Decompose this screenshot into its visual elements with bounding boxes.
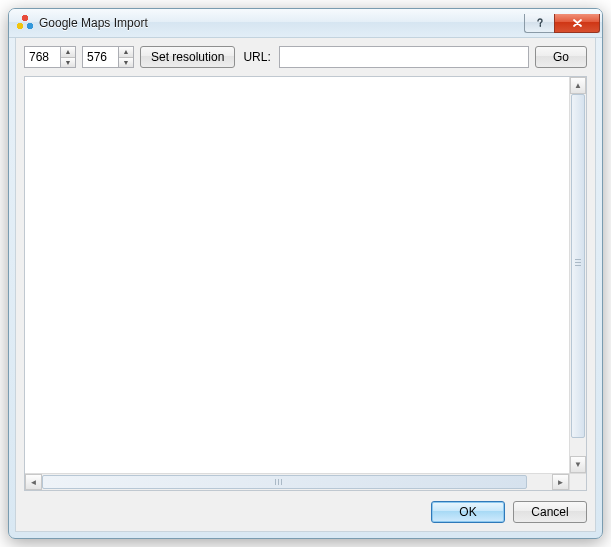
toolbar: ▲ ▼ ▲ ▼ Set resolution URL: Go [24, 46, 587, 68]
width-input[interactable] [24, 46, 60, 68]
app-icon [17, 15, 33, 31]
scroll-corner [569, 473, 586, 490]
width-spin-up[interactable]: ▲ [61, 47, 75, 58]
height-spinner[interactable]: ▲ ▼ [82, 46, 134, 68]
window-title: Google Maps Import [39, 16, 524, 30]
scroll-left-button[interactable]: ◄ [25, 474, 42, 490]
help-button[interactable] [524, 14, 554, 33]
url-input[interactable] [279, 46, 529, 68]
height-input[interactable] [82, 46, 118, 68]
hscroll-thumb[interactable] [42, 475, 527, 489]
width-spin-buttons: ▲ ▼ [60, 46, 76, 68]
height-spin-buttons: ▲ ▼ [118, 46, 134, 68]
content-frame: ▲ ▼ ◄ ► [24, 76, 587, 491]
scroll-right-button[interactable]: ► [552, 474, 569, 490]
horizontal-scrollbar[interactable]: ◄ ► [25, 473, 569, 490]
close-icon [572, 18, 583, 28]
go-button[interactable]: Go [535, 46, 587, 68]
height-spin-down[interactable]: ▼ [119, 58, 133, 68]
help-icon [535, 18, 545, 28]
hscroll-track[interactable] [42, 474, 552, 490]
window-buttons [524, 13, 600, 33]
titlebar[interactable]: Google Maps Import [9, 9, 602, 38]
url-label: URL: [241, 50, 272, 64]
set-resolution-button[interactable]: Set resolution [140, 46, 235, 68]
client-area: ▲ ▼ ▲ ▼ Set resolution URL: Go ▲ [15, 38, 596, 532]
scroll-down-button[interactable]: ▼ [570, 456, 586, 473]
vscroll-thumb[interactable] [571, 94, 585, 438]
cancel-button[interactable]: Cancel [513, 501, 587, 523]
vertical-scrollbar[interactable]: ▲ ▼ [569, 77, 586, 473]
vscroll-track[interactable] [570, 94, 586, 456]
width-spinner[interactable]: ▲ ▼ [24, 46, 76, 68]
scroll-up-button[interactable]: ▲ [570, 77, 586, 94]
content-viewport[interactable] [25, 77, 569, 473]
height-spin-up[interactable]: ▲ [119, 47, 133, 58]
width-spin-down[interactable]: ▼ [61, 58, 75, 68]
close-button[interactable] [554, 14, 600, 33]
ok-button[interactable]: OK [431, 501, 505, 523]
dialog-window: Google Maps Import ▲ ▼ [8, 8, 603, 539]
dialog-footer: OK Cancel [24, 497, 587, 523]
